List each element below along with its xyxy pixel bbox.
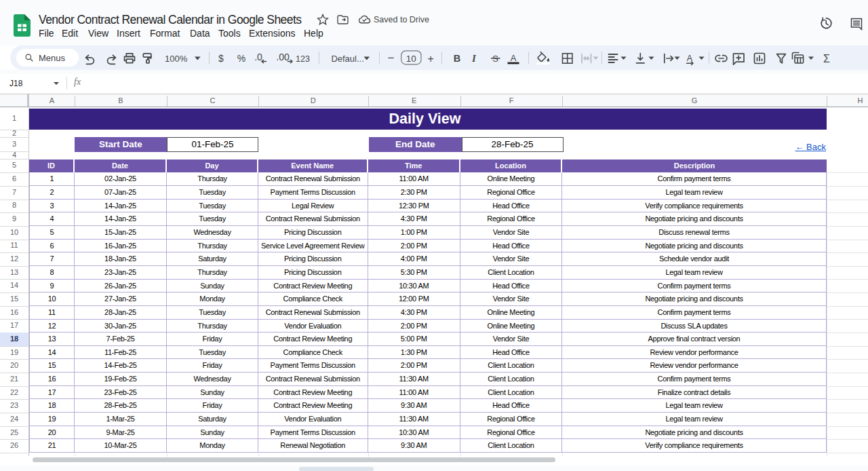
svg-text:123: 123 [296, 54, 310, 64]
svg-text:10: 10 [406, 54, 416, 64]
svg-text:+: + [428, 53, 434, 64]
svg-text:A: A [511, 53, 517, 63]
svg-text:B: B [454, 53, 460, 64]
svg-text:−: − [388, 52, 395, 64]
svg-text:100%: 100% [165, 54, 188, 64]
svg-text:.0: .0 [254, 52, 262, 62]
svg-text:Defaul...: Defaul... [331, 54, 363, 64]
svg-text:.00: .00 [276, 52, 290, 62]
svg-text:%: % [237, 53, 245, 64]
svg-text:I: I [471, 53, 477, 64]
svg-text:Σ: Σ [823, 53, 830, 64]
svg-text:$: $ [218, 53, 224, 64]
